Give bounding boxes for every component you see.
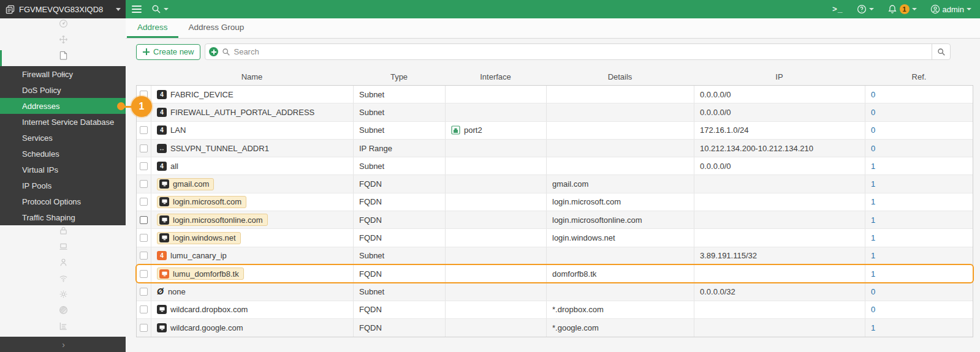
address-ref-link[interactable]: 0 <box>871 125 875 135</box>
table-row-lumu-canary-ip[interactable]: 4lumu_canary_ipSubnet3.89.191.115/321 <box>137 247 973 265</box>
search-input[interactable]: Search <box>205 43 951 60</box>
address-ref-link[interactable]: 1 <box>871 251 875 260</box>
sidebar-item-services[interactable]: Services <box>0 130 126 146</box>
row-checkbox[interactable] <box>140 288 148 296</box>
column-header-type[interactable]: Type <box>353 72 445 81</box>
table-row-firewall-auth-portal-address[interactable]: 4FIREWALL_AUTH_PORTAL_ADDRESSSubnet0.0.0… <box>137 103 973 121</box>
table-row-lumu-domforfb8-tk[interactable]: lumu_domforfb8.tkFQDNdomforfb8.tk1 <box>137 265 973 283</box>
sidebar-item-vpn[interactable]: VPN› <box>0 241 126 257</box>
help-icon <box>857 4 867 14</box>
address-type: FQDN <box>354 175 446 192</box>
address-ref-link[interactable]: 1 <box>871 197 875 206</box>
table-row-wildcard-dropbox-com[interactable]: wildcard.dropbox.comFQDN*.dropbox.com0 <box>137 301 973 319</box>
table-row-fabric-device[interactable]: 4FABRIC_DEVICESubnet0.0.0.0/00 <box>137 86 973 103</box>
sidebar-item-system[interactable]: System› <box>0 289 126 305</box>
sidebar-item-addresses[interactable]: Addresses <box>0 98 126 114</box>
address-ref-link[interactable]: 1 <box>871 215 875 225</box>
address-ref-link[interactable]: 0 <box>871 144 875 153</box>
notifications-menu[interactable]: 1 <box>887 4 917 14</box>
address-ref-link[interactable]: 1 <box>871 233 875 242</box>
row-checkbox[interactable] <box>140 180 148 188</box>
table-row-login-microsoft-com[interactable]: login.microsoft.comFQDNlogin.microsoft.c… <box>137 193 973 211</box>
column-header-ip[interactable]: IP <box>694 72 865 81</box>
sidebar-item-log-report[interactable]: Log & Report› <box>0 321 126 337</box>
column-header-ref[interactable]: Ref. <box>865 72 973 81</box>
sidebar-item-internet-service-database[interactable]: Internet Service Database <box>0 114 126 130</box>
fqdn-icon <box>157 323 167 332</box>
sidebar-item-wifi-controller[interactable]: WiFi Controller› <box>0 273 126 289</box>
row-checkbox[interactable] <box>140 234 148 242</box>
sidebar-item-network[interactable]: Network› <box>0 34 126 50</box>
sidebar-item-protocol-options[interactable]: Protocol Options <box>0 193 126 209</box>
search-submit-button[interactable] <box>932 44 950 59</box>
row-checkbox[interactable] <box>140 126 148 134</box>
address-details <box>547 103 694 121</box>
hamburger-menu-icon[interactable] <box>132 6 142 13</box>
sidebar-item-dos-policy[interactable]: DoS Policy <box>0 82 126 98</box>
sidebar-item-security-profiles[interactable]: Security Profiles› <box>0 225 126 241</box>
table-row-sslvpn-tunnel-addr1[interactable]: ↔SSLVPN_TUNNEL_ADDR1IP Range10.212.134.2… <box>137 140 973 157</box>
sidebar-item-label: Traffic Shaping <box>22 213 121 222</box>
vpn-icon <box>59 241 69 251</box>
row-checkbox[interactable] <box>140 270 148 278</box>
sidebar-item-policy-objects[interactable]: Policy & Objects› <box>0 50 126 66</box>
sidebar-item-ip-pools[interactable]: IP Pools <box>0 178 126 193</box>
row-checkbox[interactable] <box>140 252 148 260</box>
address-ref-cell: 0 <box>865 301 973 318</box>
address-ref-cell: 1 <box>865 211 973 228</box>
address-ref-link[interactable]: 0 <box>871 90 875 99</box>
table-row-lan[interactable]: 4LANSubnetport2172.16.1.0/240 <box>137 122 973 140</box>
row-checkbox[interactable] <box>140 198 148 206</box>
column-header-interface[interactable]: Interface <box>445 72 546 81</box>
sidebar-item-security-fabric[interactable]: Security Fabric› <box>0 305 126 321</box>
add-filter-icon[interactable] <box>209 47 218 56</box>
row-checkbox[interactable] <box>140 216 148 224</box>
sidebar-item-virtual-ips[interactable]: Virtual IPs <box>0 162 126 178</box>
sidebar-item-dashboard[interactable]: Dashboard› <box>0 18 126 34</box>
address-ref-cell: 1 <box>865 175 973 192</box>
column-header-name[interactable]: Name <box>151 72 353 81</box>
row-checkbox[interactable] <box>140 324 148 332</box>
address-ref-link[interactable]: 0 <box>871 287 875 296</box>
subnet-icon: 4 <box>157 125 167 135</box>
address-ref-link[interactable]: 0 <box>871 305 875 314</box>
table-row-login-windows-net[interactable]: login.windows.netFQDNlogin.windows.net1 <box>137 229 973 247</box>
address-interface <box>446 157 547 174</box>
table-row-none[interactable]: ØnoneSubnet0.0.0.0/320 <box>137 283 973 301</box>
sidebar-item-traffic-shaping[interactable]: Traffic Shaping <box>0 209 126 225</box>
sidebar-item-firewall-policy[interactable]: Firewall Policy <box>0 66 126 82</box>
address-interface <box>446 193 547 211</box>
help-menu[interactable] <box>857 4 874 14</box>
address-ip: 10.212.134.200-10.212.134.210 <box>694 140 865 157</box>
device-selector[interactable]: FGVMEVQVG83XIQD8 <box>0 0 126 18</box>
none-address-icon: Ø <box>157 286 164 296</box>
table-row-gmail-com[interactable]: gmail.comFQDNgmail.com1 <box>137 175 973 193</box>
row-checkbox-cell <box>137 229 151 246</box>
address-ref-cell: 0 <box>865 86 973 103</box>
address-ref-link[interactable]: 0 <box>871 108 875 117</box>
table-row-all[interactable]: 4allSubnet0.0.0.0/01 <box>137 157 973 175</box>
user-menu[interactable]: admin <box>930 4 971 14</box>
sidebar-item-user-authentication[interactable]: User & Authentication› <box>0 257 126 273</box>
cli-console-icon[interactable]: >_ <box>832 5 843 14</box>
tab-address-group[interactable]: Address Group <box>178 18 255 38</box>
global-search[interactable] <box>151 4 169 14</box>
tab-address[interactable]: Address <box>127 18 178 38</box>
address-name: lumu_canary_ip <box>170 251 227 260</box>
address-ref-link[interactable]: 1 <box>871 162 875 171</box>
address-ref-link[interactable]: 1 <box>871 323 875 332</box>
address-name-cell: Ønone <box>151 283 354 300</box>
table-row-login-microsoftonline-com[interactable]: login.microsoftonline.comFQDNlogin.micro… <box>137 211 973 229</box>
address-ref-link[interactable]: 1 <box>871 269 875 279</box>
row-checkbox[interactable] <box>140 144 148 152</box>
row-checkbox[interactable] <box>140 305 148 313</box>
table-body: 4FABRIC_DEVICESubnet0.0.0.0/004FIREWALL_… <box>136 85 973 337</box>
row-checkbox[interactable] <box>140 162 148 170</box>
address-ref-link[interactable]: 1 <box>871 179 875 189</box>
create-new-button[interactable]: Create new <box>136 44 200 60</box>
column-header-details[interactable]: Details <box>546 72 694 81</box>
address-ip: 0.0.0.0/0 <box>694 157 865 174</box>
fqdn-icon <box>159 269 169 279</box>
sidebar-item-schedules[interactable]: Schedules <box>0 146 126 162</box>
table-row-wildcard-google-com[interactable]: wildcard.google.comFQDN*.google.com1 <box>137 319 973 337</box>
